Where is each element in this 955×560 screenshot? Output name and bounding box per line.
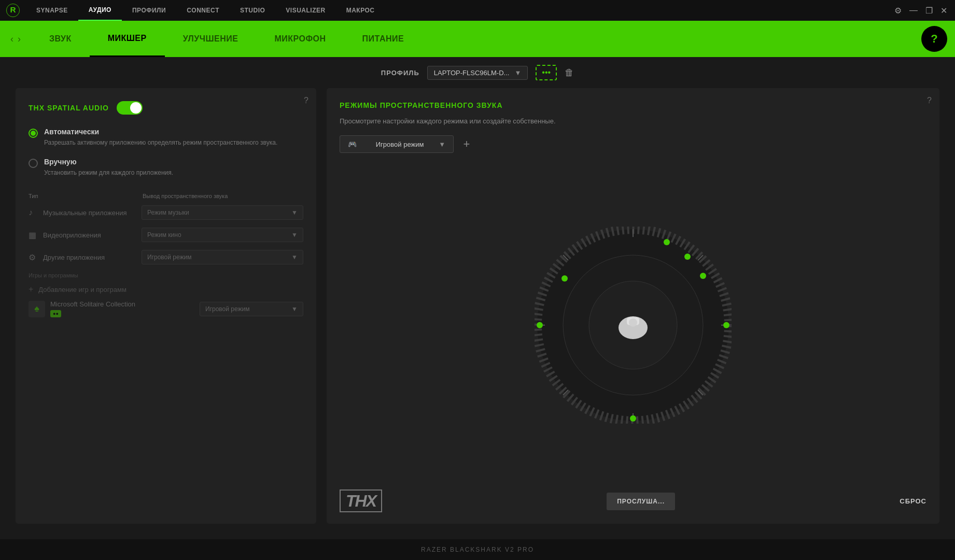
subnav-enhancement[interactable]: УЛУЧШЕНИЕ — [165, 21, 257, 57]
table-row: ⚙ Другие приложения Игровой режим ▼ — [29, 250, 303, 264]
add-icon: + — [29, 285, 33, 294]
subnav: ‹ › ЗВУК МИКШЕР УЛУЧШЕНИЕ МИКРОФОН ПИТАН… — [0, 21, 955, 57]
nav-arrows: ‹ › — [0, 34, 31, 45]
visualizer-container — [535, 227, 732, 424]
svg-point-17 — [630, 415, 636, 422]
game-row: ♠ Microsoft Solitaire Collection ●● Игро… — [29, 300, 303, 317]
back-arrow[interactable]: ‹ — [10, 34, 13, 45]
app-name: Музыкальные приложения — [43, 209, 142, 217]
right-panel-help-icon[interactable]: ? — [927, 96, 932, 105]
video-mode-value: Режим кино — [147, 231, 181, 239]
mode-dropdown[interactable]: 🎮 Игровой режим ▼ — [340, 135, 454, 153]
manual-radio-desc: Установить режим для каждого приложения. — [44, 168, 173, 177]
auto-radio-title: Автоматически — [44, 128, 277, 136]
window-controls: ⚙ — ❐ ✕ — [894, 6, 955, 16]
table-header: Тип Вывод пространственного звука — [29, 193, 303, 199]
app-table: Тип Вывод пространственного звука ♪ Музы… — [29, 193, 303, 264]
auto-option: Автоматически Разрешать активному прилож… — [29, 128, 303, 147]
nav-synapse[interactable]: SYNAPSE — [26, 0, 78, 21]
mode-label: Игровой режим — [376, 141, 424, 148]
audio-visualizer — [340, 166, 926, 484]
game-mode-dropdown[interactable]: Игровой режим ▼ — [200, 302, 303, 316]
subnav-microphone[interactable]: МИКРОФОН — [256, 21, 344, 57]
nav-macros[interactable]: МАКРОС — [336, 0, 385, 21]
video-icon: ▦ — [29, 230, 39, 240]
add-mode-button[interactable]: + — [459, 136, 474, 152]
subnav-mixer[interactable]: МИКШЕР — [90, 21, 165, 57]
svg-text:R: R — [10, 5, 16, 14]
add-game-row: + Добавление игр и программ — [29, 285, 303, 294]
listen-button[interactable]: ПРОСЛУША... — [607, 493, 675, 510]
panel-title: РЕЖИМЫ ПРОСТРАНСТВЕННОГО ЗВУКА — [340, 101, 926, 109]
video-dropdown-arrow: ▼ — [291, 231, 298, 239]
maximize-icon[interactable]: ❐ — [925, 6, 933, 16]
other-mode-value: Игровой режим — [147, 254, 192, 261]
music-mode-value: Режим музыки — [147, 209, 189, 216]
game-badge: ●● — [50, 310, 61, 317]
profile-value: LAPTOP-FLSC96LM-D... — [434, 69, 510, 77]
app-name: Другие приложения — [43, 254, 142, 261]
svg-point-18 — [537, 322, 543, 328]
toggle-knob — [130, 102, 142, 114]
titlebar: R SYNAPSE АУДИО ПРОФИЛИ CONNECT STUDIO V… — [0, 0, 955, 21]
minimize-icon[interactable]: — — [909, 6, 918, 15]
profile-dropdown[interactable]: LAPTOP-FLSC96LM-D... ▼ — [427, 66, 528, 80]
auto-radio-content: Автоматически Разрешать активному прилож… — [44, 128, 277, 147]
manual-radio-content: Вручную Установить режим для каждого при… — [44, 158, 173, 177]
mode-icon: 🎮 — [348, 140, 357, 148]
svg-point-13 — [664, 239, 670, 245]
subnav-power[interactable]: ПИТАНИЕ — [344, 21, 423, 57]
col-type-header: Тип — [29, 193, 143, 199]
svg-point-19 — [561, 275, 568, 282]
auto-radio-desc: Разрешать активному приложению определят… — [44, 138, 277, 147]
nav-connect[interactable]: CONNECT — [176, 0, 230, 21]
settings-icon[interactable]: ⚙ — [894, 6, 902, 16]
thx-toggle[interactable] — [117, 101, 143, 115]
chevron-down-icon: ▼ — [514, 69, 521, 77]
delete-button[interactable]: 🗑 — [565, 67, 574, 78]
games-section: Игры и программы + Добавление игр и прог… — [29, 272, 303, 317]
video-mode-dropdown[interactable]: Режим кино ▼ — [142, 228, 303, 242]
footer: RAZER BLACKSHARK V2 PRO — [0, 539, 955, 560]
music-mode-dropdown[interactable]: Режим музыки ▼ — [142, 205, 303, 220]
razer-logo: R — [0, 0, 26, 21]
nav-profiles[interactable]: ПРОФИЛИ — [122, 0, 176, 21]
auto-radio-button[interactable] — [29, 129, 38, 138]
svg-point-14 — [684, 254, 691, 260]
table-row: ▦ Видеоприложения Режим кино ▼ — [29, 228, 303, 242]
mode-dropdown-arrow: ▼ — [439, 141, 445, 148]
music-dropdown-arrow: ▼ — [291, 209, 298, 216]
nav-visualizer[interactable]: VISUALIZER — [275, 0, 335, 21]
add-game-button[interactable]: Добавление игр и программ — [38, 286, 127, 293]
table-row: ♪ Музыкальные приложения Режим музыки ▼ — [29, 205, 303, 220]
manual-option: Вручную Установить режим для каждого при… — [29, 158, 303, 177]
nav-studio[interactable]: STUDIO — [230, 0, 275, 21]
game-name: Microsoft Solitaire Collection — [50, 300, 194, 308]
panel-bottom: THX ПРОСЛУША... СБРОС — [340, 484, 926, 511]
close-icon[interactable]: ✕ — [940, 6, 947, 16]
thx-logo: THX — [340, 492, 382, 511]
device-name: RAZER BLACKSHARK V2 PRO — [421, 546, 534, 553]
manual-radio-title: Вручную — [44, 158, 173, 166]
game-dropdown-arrow: ▼ — [291, 305, 298, 313]
svg-point-22 — [629, 318, 637, 327]
titlebar-nav: SYNAPSE АУДИО ПРОФИЛИ CONNECT STUDIO VIS… — [26, 0, 894, 21]
panel-description: Просмотрите настройки каждого режима или… — [340, 117, 926, 125]
other-mode-dropdown[interactable]: Игровой режим ▼ — [142, 250, 303, 264]
game-mode-value: Игровой режим — [205, 305, 250, 313]
help-button[interactable]: ? — [921, 26, 947, 52]
visualizer-svg — [535, 227, 732, 424]
more-options-button[interactable]: ••• — [536, 65, 557, 80]
right-panel: ? РЕЖИМЫ ПРОСТРАНСТВЕННОГО ЗВУКА Просмот… — [327, 88, 939, 524]
games-label: Игры и программы — [29, 272, 303, 278]
manual-radio-button[interactable] — [29, 159, 38, 168]
nav-audio[interactable]: АУДИО — [78, 0, 122, 21]
toggle-track — [117, 101, 143, 115]
forward-arrow[interactable]: › — [18, 34, 21, 45]
left-panel-help-icon[interactable]: ? — [304, 96, 308, 105]
other-dropdown-arrow: ▼ — [291, 254, 298, 261]
mode-selector: 🎮 Игровой режим ▼ + — [340, 135, 926, 153]
subnav-sound[interactable]: ЗВУК — [31, 21, 90, 57]
game-info: Microsoft Solitaire Collection ●● — [50, 300, 194, 317]
reset-button[interactable]: СБРОС — [900, 497, 926, 505]
